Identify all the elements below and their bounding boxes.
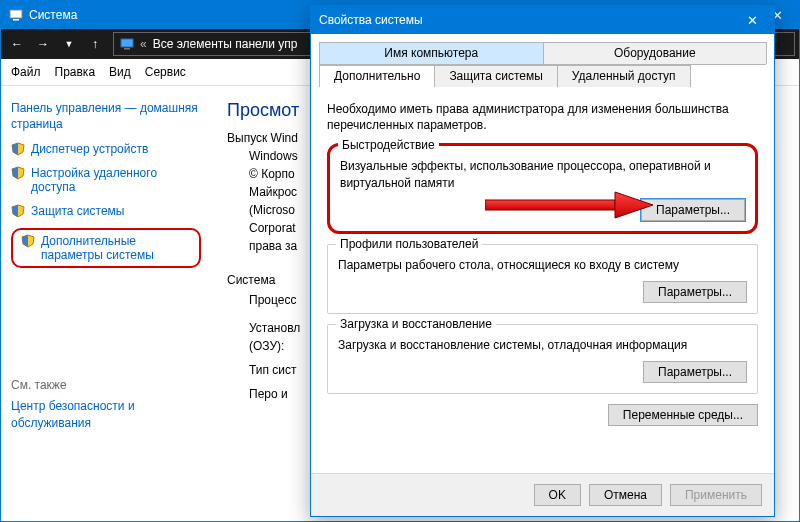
forward-button[interactable]: → — [31, 33, 55, 55]
nav-security-center[interactable]: Центр безопасности и обслуживания — [11, 398, 201, 430]
up-button[interactable]: ↑ — [83, 33, 107, 55]
nav-remote-label: Настройка удаленного доступа — [31, 166, 201, 194]
svg-rect-3 — [124, 48, 130, 50]
performance-settings-button[interactable]: Параметры... — [641, 199, 745, 221]
tab-hardware[interactable]: Оборудование — [543, 42, 768, 64]
menu-file[interactable]: Файл — [11, 65, 41, 79]
history-button[interactable]: ▼ — [57, 33, 81, 55]
shield-icon — [11, 166, 25, 180]
profiles-desc: Параметры рабочего стола, относящиеся ко… — [338, 257, 747, 273]
monitor-icon — [120, 37, 134, 51]
startup-group: Загрузка и восстановление Загрузка и вос… — [327, 324, 758, 394]
shield-icon — [21, 234, 35, 248]
profiles-settings-button[interactable]: Параметры... — [643, 281, 747, 303]
nav-advanced[interactable]: Дополнительные параметры системы — [11, 228, 201, 268]
dialog-intro: Необходимо иметь права администратора дл… — [327, 101, 758, 133]
system-icon — [9, 8, 23, 22]
see-also-label: См. также — [11, 378, 201, 392]
apply-button[interactable]: Применить — [670, 484, 762, 506]
dialog-title: Свойства системы — [319, 13, 730, 27]
nav-remote[interactable]: Настройка удаленного доступа — [11, 166, 201, 194]
breadcrumb-text: Все элементы панели упр — [153, 37, 298, 51]
profiles-group: Профили пользователей Параметры рабочего… — [327, 244, 758, 314]
dialog-tabs-row1: Имя компьютера Оборудование — [319, 42, 766, 65]
shield-icon — [11, 142, 25, 156]
profiles-legend: Профили пользователей — [336, 237, 482, 251]
nav-protection-label: Защита системы — [31, 204, 124, 218]
svg-rect-2 — [121, 39, 133, 47]
environment-variables-button[interactable]: Переменные среды... — [608, 404, 758, 426]
shield-icon — [11, 204, 25, 218]
tab-protection[interactable]: Защита системы — [434, 65, 557, 87]
system-properties-dialog: Свойства системы ✕ Имя компьютера Оборуд… — [310, 5, 775, 517]
startup-desc: Загрузка и восстановление системы, отлад… — [338, 337, 747, 353]
tab-computer-name[interactable]: Имя компьютера — [319, 42, 544, 64]
nav-protection[interactable]: Защита системы — [11, 204, 201, 218]
breadcrumb-chevron: « — [140, 37, 147, 51]
performance-desc: Визуальные эффекты, использование процес… — [340, 158, 745, 190]
tab-advanced[interactable]: Дополнительно — [319, 65, 435, 87]
nav-device-manager[interactable]: Диспетчер устройств — [11, 142, 201, 156]
startup-settings-button[interactable]: Параметры... — [643, 361, 747, 383]
ok-button[interactable]: OK — [534, 484, 581, 506]
menu-edit[interactable]: Правка — [55, 65, 96, 79]
tab-remote[interactable]: Удаленный доступ — [557, 65, 691, 87]
dialog-button-bar: OK Отмена Применить — [311, 473, 774, 516]
performance-group: Быстродействие Визуальные эффекты, испол… — [327, 143, 758, 233]
dialog-close-button[interactable]: ✕ — [730, 6, 774, 34]
cancel-button[interactable]: Отмена — [589, 484, 662, 506]
left-nav: Панель управления — домашняя страница Ди… — [1, 86, 211, 522]
back-button[interactable]: ← — [5, 33, 29, 55]
svg-rect-0 — [10, 10, 22, 18]
nav-home[interactable]: Панель управления — домашняя страница — [11, 100, 201, 132]
dialog-body: Необходимо иметь права администратора дл… — [311, 87, 774, 432]
dialog-titlebar: Свойства системы ✕ — [311, 6, 774, 34]
menu-view[interactable]: Вид — [109, 65, 131, 79]
svg-rect-1 — [13, 19, 19, 21]
nav-advanced-label: Дополнительные параметры системы — [41, 234, 191, 262]
startup-legend: Загрузка и восстановление — [336, 317, 496, 331]
menu-tools[interactable]: Сервис — [145, 65, 186, 79]
nav-device-manager-label: Диспетчер устройств — [31, 142, 148, 156]
dialog-tabs-row2: Дополнительно Защита системы Удаленный д… — [319, 65, 766, 87]
performance-legend: Быстродействие — [338, 138, 439, 152]
